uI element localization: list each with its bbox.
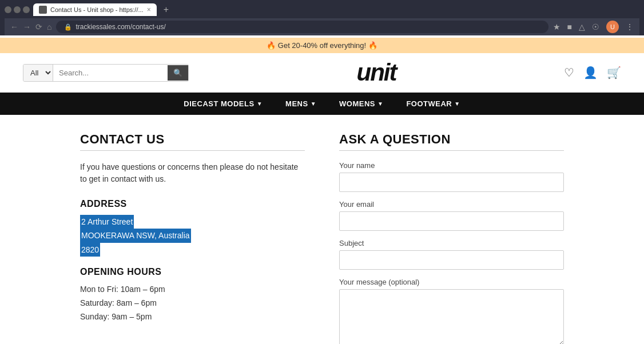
site-header: All 🔍 unit ♡ 👤 🛒 (0, 53, 644, 93)
nav-item-footwear[interactable]: FOOTWEAR ▼ (395, 93, 471, 115)
nav-diecast-chevron: ▼ (257, 101, 263, 107)
page-content: CONTACT US If you have questions or conc… (0, 115, 644, 344)
tab-favicon (39, 6, 47, 14)
subject-form-group: Subject (339, 239, 564, 270)
browser-dot-3 (23, 6, 30, 13)
nav-diecast-label: DIECAST MODELS (184, 99, 254, 108)
address-city: MOOKERAWA NSW, Australia (80, 229, 191, 242)
reload-button[interactable]: ⟳ (35, 22, 42, 31)
home-button[interactable]: ⌂ (47, 22, 51, 31)
name-input[interactable] (339, 173, 564, 192)
nav-womens-chevron: ▼ (377, 101, 383, 107)
browser-toolbar-icons: ★ ■ △ ☉ U ⋮ (553, 21, 634, 33)
ask-question-section: ASK A QUESTION Your name Your email Subj… (339, 132, 564, 344)
address-street: 2 Arthur Street (80, 215, 134, 229)
search-category-select[interactable]: All (23, 65, 53, 81)
tab-title: Contact Us - Unit shop - https://... (50, 6, 144, 13)
ask-question-heading: ASK A QUESTION (339, 132, 564, 147)
ask-divider (339, 150, 564, 151)
browser-controls (5, 6, 30, 13)
browser-profile-avatar[interactable]: U (606, 21, 619, 33)
browser-dot-1 (5, 6, 11, 13)
browser-chrome: Contact Us - Unit shop - https://... × +… (0, 0, 644, 35)
hours-heading: OPENING HOURS (80, 267, 305, 277)
account-icon[interactable]: 👤 (583, 66, 598, 79)
name-form-group: Your name (339, 161, 564, 192)
url-bar[interactable]: 🔒 trackiessales.com/contact-us/ (56, 21, 548, 33)
address-line-1: 2 Arthur Street (80, 215, 305, 229)
nav-footwear-chevron: ▼ (454, 101, 460, 107)
site-nav: DIECAST MODELS ▼ MENS ▼ WOMENS ▼ FOOTWEA… (0, 93, 644, 115)
menu-icon[interactable]: ⋮ (626, 22, 634, 31)
site-logo[interactable]: unit (357, 59, 396, 86)
promo-text: 🔥 Get 20-40% off everything! 🔥 (267, 41, 377, 50)
email-form-group: Your email (339, 200, 564, 231)
hours-weekday: Mon to Fri: 10am – 6pm (80, 283, 305, 297)
nav-item-diecast[interactable]: DIECAST MODELS ▼ (172, 93, 274, 115)
address-postcode: 2820 (80, 243, 100, 257)
message-label: Your message (optional) (339, 278, 564, 286)
contact-info-section: CONTACT US If you have questions or conc… (80, 132, 305, 344)
nav-item-womens[interactable]: WOMENS ▼ (328, 93, 395, 115)
email-input[interactable] (339, 211, 564, 231)
nav-item-mens[interactable]: MENS ▼ (274, 93, 328, 115)
browser-address-bar: ← → ⟳ ⌂ 🔒 trackiessales.com/contact-us/ … (5, 18, 639, 35)
header-icons: ♡ 👤 🛒 (564, 66, 621, 79)
sync-icon[interactable]: ☉ (592, 22, 599, 31)
browser-tab[interactable]: Contact Us - Unit shop - https://... × (33, 3, 157, 16)
search-button[interactable]: 🔍 (168, 65, 188, 81)
profile-icon[interactable]: △ (579, 22, 585, 31)
contact-divider (80, 150, 305, 151)
cart-icon[interactable]: 🛒 (607, 66, 621, 79)
nav-mens-chevron: ▼ (311, 101, 316, 107)
browser-dot-2 (14, 6, 21, 13)
name-label: Your name (339, 161, 564, 170)
email-label: Your email (339, 200, 564, 209)
browser-top-bar: Contact Us - Unit shop - https://... × + (5, 3, 639, 16)
new-tab-button[interactable]: + (160, 5, 172, 15)
lock-icon: 🔒 (64, 23, 72, 31)
search-input[interactable] (53, 65, 168, 81)
url-text: trackiessales.com/contact-us/ (75, 23, 165, 31)
message-textarea[interactable] (339, 289, 564, 344)
forward-button[interactable]: → (23, 22, 31, 31)
browser-nav-buttons: ← → ⟳ ⌂ (10, 22, 51, 31)
address-line-2: MOOKERAWA NSW, Australia (80, 229, 305, 242)
address-heading: ADDRESS (80, 199, 305, 209)
hours-saturday: Saturday: 8am – 6pm (80, 297, 305, 310)
address-line-3: 2820 (80, 243, 305, 257)
hours-sunday: Sunday: 9am – 5pm (80, 310, 305, 324)
nav-womens-label: WOMENS (339, 99, 375, 108)
header-search[interactable]: All 🔍 (23, 64, 189, 82)
back-button[interactable]: ← (10, 22, 18, 31)
subject-input[interactable] (339, 250, 564, 270)
message-form-group: Your message (optional) (339, 278, 564, 344)
nav-footwear-label: FOOTWEAR (406, 99, 452, 108)
nav-mens-label: MENS (285, 99, 308, 108)
wishlist-icon[interactable]: ♡ (564, 66, 574, 79)
tab-close-button[interactable]: × (147, 6, 151, 14)
bookmark-icon[interactable]: ★ (553, 22, 560, 31)
subject-label: Subject (339, 239, 564, 247)
promo-banner: 🔥 Get 20-40% off everything! 🔥 (0, 38, 644, 53)
contact-intro-text: If you have questions or concerns then p… (80, 161, 305, 185)
extensions-icon[interactable]: ■ (567, 22, 572, 31)
contact-us-heading: CONTACT US (80, 132, 305, 147)
